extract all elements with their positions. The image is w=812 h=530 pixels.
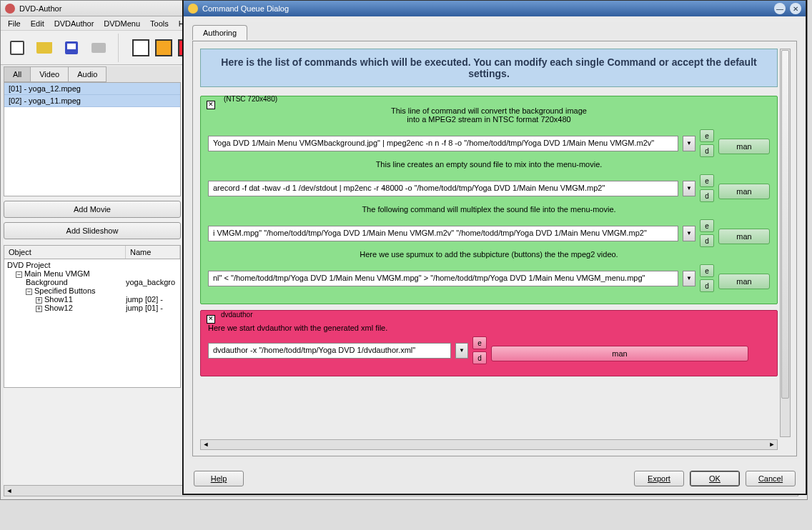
scroll-pane: Here is the list of commands which will … xyxy=(200,49,778,437)
d-button[interactable]: d xyxy=(700,279,714,292)
app-icon xyxy=(5,4,15,14)
e-button[interactable]: e xyxy=(700,264,714,277)
tree-label: Main Menu VMGM xyxy=(24,269,90,278)
command-desc: Here we use spumux to add the subpicture… xyxy=(208,250,770,259)
file-list[interactable]: [01] - yoga_12.mpeg [02] - yoga_11.mpeg xyxy=(4,82,181,196)
minimize-button[interactable]: — xyxy=(774,3,786,14)
group-close-button[interactable]: ✕ xyxy=(207,101,215,109)
tree-row[interactable]: −Main Menu VMGM xyxy=(6,269,179,278)
tree-header-name[interactable]: Name xyxy=(126,246,180,259)
d-button[interactable]: d xyxy=(700,144,714,157)
tab-all[interactable]: All xyxy=(4,66,31,82)
command-input[interactable]: dvdauthor -x "/home/todd/tmp/Yoga DVD 1/… xyxy=(208,343,451,359)
man-button[interactable]: man xyxy=(718,184,770,199)
help-button[interactable]: Help xyxy=(194,471,244,486)
tree-row[interactable]: +Show12jump [01] - xyxy=(6,304,179,312)
command-input[interactable]: arecord -f dat -twav -d 1 /dev/stdout | … xyxy=(208,181,678,196)
new-icon xyxy=(10,41,24,55)
tree-row[interactable]: +Show11jump [02] - xyxy=(6,295,179,304)
dropdown-button[interactable]: ▼ xyxy=(683,181,695,196)
dropdown-button[interactable]: ▼ xyxy=(683,271,695,286)
e-button[interactable]: e xyxy=(700,219,714,232)
cancel-button[interactable]: Cancel xyxy=(746,471,796,486)
scroll-left-icon[interactable]: ◄ xyxy=(201,440,211,449)
color-swatch-orange[interactable] xyxy=(155,39,172,56)
dvdauthor-desc: Here we start dvdauthor with the generat… xyxy=(208,324,770,332)
add-slideshow-button[interactable]: Add Slideshow xyxy=(4,222,181,239)
menu-dvdauthor[interactable]: DVDAuthor xyxy=(50,18,99,29)
command-row: arecord -f dat -twav -d 1 /dev/stdout | … xyxy=(208,174,770,202)
tree-header-object[interactable]: Object xyxy=(4,246,126,259)
ok-button[interactable]: OK xyxy=(690,471,740,486)
tree-toggle-icon[interactable]: − xyxy=(16,271,22,278)
tree-row[interactable]: Backgroundyoga_backgro xyxy=(6,278,179,286)
dropdown-button[interactable]: ▼ xyxy=(455,343,468,359)
vertical-scrollbar[interactable] xyxy=(780,49,791,437)
man-button[interactable]: man xyxy=(491,346,748,361)
tree-toggle-icon[interactable]: + xyxy=(36,297,42,304)
command-input[interactable]: nl" < "/home/todd/tmp/Yoga DVD 1/Main Me… xyxy=(208,271,678,286)
e-button[interactable]: e xyxy=(472,336,487,349)
ntsc-group: ✕ (NTSC 720x480) This line of command wi… xyxy=(200,96,778,304)
main-title: DVD-Author xyxy=(19,4,61,13)
file-tabs: All Video Audio xyxy=(4,66,181,82)
close-button[interactable]: ✕ xyxy=(790,3,801,14)
dialog-titlebar[interactable]: Command Queue Dialog — ✕ xyxy=(184,1,806,16)
color-swatch-white[interactable] xyxy=(132,39,149,56)
tree-toggle-icon[interactable]: − xyxy=(26,289,32,295)
dropdown-button[interactable]: ▼ xyxy=(683,136,695,151)
export-button[interactable]: Export xyxy=(634,471,684,486)
save-button[interactable] xyxy=(61,37,82,59)
d-button[interactable]: d xyxy=(700,189,714,202)
command-input[interactable]: Yoga DVD 1/Main Menu VMGMbackground.jpg"… xyxy=(208,136,678,151)
tree-row[interactable]: DVD Project xyxy=(6,261,179,269)
group-close-button[interactable]: ✕ xyxy=(207,315,215,324)
file-row[interactable]: [01] - yoga_12.mpeg xyxy=(4,83,180,95)
command-input[interactable]: i VMGM.mpg" "/home/todd/tmp/Yoga DVD 1/M… xyxy=(208,226,678,241)
print-button[interactable] xyxy=(88,37,109,59)
command-desc: The following command will multiplex the… xyxy=(208,205,770,214)
command-queue-dialog: Command Queue Dialog — ✕ Authoring Here … xyxy=(183,0,806,494)
man-button[interactable]: man xyxy=(718,229,770,244)
dialog-button-bar: Help Export OK Cancel xyxy=(184,464,806,494)
tree-value xyxy=(126,261,179,269)
tree-label: Show12 xyxy=(44,304,73,312)
tree-toggle-icon[interactable]: + xyxy=(36,306,42,312)
menu-tools[interactable]: Tools xyxy=(146,18,173,29)
d-button[interactable]: d xyxy=(472,351,487,364)
menu-dvdmenu[interactable]: DVDMenu xyxy=(99,18,144,29)
tab-authoring[interactable]: Authoring xyxy=(192,25,247,40)
tree-row[interactable]: −Specified Buttons xyxy=(6,286,179,295)
menu-file[interactable]: File xyxy=(4,18,25,29)
command-desc: This line creates an empty sound file to… xyxy=(208,160,770,169)
dialog-body: Authoring Here is the list of commands w… xyxy=(189,22,800,459)
e-button[interactable]: e xyxy=(700,174,714,187)
add-movie-button[interactable]: Add Movie xyxy=(4,201,181,218)
open-button[interactable] xyxy=(34,37,55,59)
left-panel: All Video Audio [01] - yoga_12.mpeg [02]… xyxy=(4,66,181,491)
scroll-thumb[interactable] xyxy=(781,50,789,399)
scroll-left-icon[interactable]: ◄ xyxy=(4,486,14,496)
tab-video[interactable]: Video xyxy=(30,66,69,82)
dvdauthor-group-title: dvdauthor xyxy=(221,311,252,319)
scroll-right-icon[interactable]: ► xyxy=(767,440,777,449)
dialog-title: Command Queue Dialog xyxy=(202,4,289,13)
horizontal-scrollbar[interactable]: ◄ ► xyxy=(200,439,778,450)
tree-value: jump [02] - xyxy=(126,295,179,304)
tree-label: Show11 xyxy=(44,295,73,304)
project-tree[interactable]: DVD Project−Main Menu VMGMBackgroundyoga… xyxy=(4,259,181,388)
dropdown-button[interactable]: ▼ xyxy=(683,226,695,241)
file-row[interactable]: [02] - yoga_11.mpeg xyxy=(4,95,180,107)
man-button[interactable]: man xyxy=(718,274,770,289)
d-button[interactable]: d xyxy=(700,234,714,247)
man-button[interactable]: man xyxy=(718,139,770,154)
e-button[interactable]: e xyxy=(700,129,714,142)
tab-audio[interactable]: Audio xyxy=(68,66,107,82)
info-banner: Here is the list of commands which will … xyxy=(200,49,778,87)
menu-edit[interactable]: Edit xyxy=(26,18,49,29)
command-row: nl" < "/home/todd/tmp/Yoga DVD 1/Main Me… xyxy=(208,264,770,292)
new-button[interactable] xyxy=(6,37,28,59)
dialog-content: Here is the list of commands which will … xyxy=(192,41,797,456)
tree-value: yoga_backgro xyxy=(126,278,179,286)
command-row: Yoga DVD 1/Main Menu VMGMbackground.jpg"… xyxy=(208,129,770,157)
